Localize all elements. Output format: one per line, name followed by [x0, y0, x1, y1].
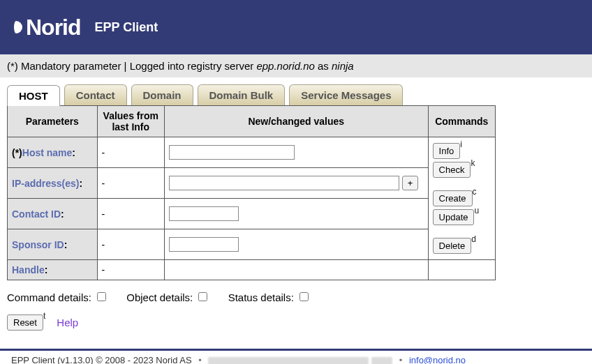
status-details-checkbox[interactable] [299, 292, 309, 301]
label-sponsorid: Sponsor ID: [8, 229, 98, 260]
inputcell-ip: + [164, 168, 428, 199]
header-bar: Norid EPP Client [0, 0, 592, 54]
info-hotkey: i [460, 139, 462, 149]
lastinfo-handle: - [97, 260, 164, 280]
command-details-checkbox[interactable] [97, 292, 106, 301]
row-handle: Handle: - [8, 260, 496, 280]
col-commands: Commands [428, 106, 495, 137]
label-hostname: (*)Host name: [8, 137, 98, 168]
footer-text: EPP Client (v1.13.0) © 2008 - 2023 Norid… [11, 355, 192, 364]
status-separator: | [124, 60, 130, 72]
label-ip: IP-address(es): [8, 168, 98, 199]
object-details-label: Object details: [126, 291, 212, 303]
tab-domain-bulk[interactable]: Domain Bulk [198, 84, 286, 105]
tab-bar: HOST Contact Domain Domain Bulk Service … [0, 77, 592, 105]
status-strip: (*) Mandatory parameter | Logged into re… [0, 54, 592, 77]
lastinfo-sponsorid: - [97, 229, 164, 260]
col-new-values: New/changed values [164, 106, 428, 137]
logged-prefix: Logged into registry server [130, 60, 257, 72]
commands-cell: Infoi Checkk Createc Updateu Deleted [428, 137, 495, 260]
add-ip-button[interactable]: + [402, 176, 419, 190]
empty-cmd-cell [428, 260, 495, 280]
command-details-label: Command details: [7, 291, 111, 303]
lastinfo-ip: - [97, 168, 164, 199]
input-hostname[interactable] [169, 145, 295, 160]
check-hotkey: k [471, 158, 475, 168]
tab-contact[interactable]: Contact [64, 84, 127, 105]
check-button[interactable]: Check [433, 162, 471, 178]
inputcell-sponsorid [164, 229, 428, 260]
link-contactid[interactable]: Contact ID [12, 208, 61, 220]
footer-email-link[interactable]: info@norid.no [409, 355, 466, 364]
link-sponsorid[interactable]: Sponsor ID [12, 239, 64, 250]
reset-row: Resett Help [7, 313, 585, 332]
row-ip: IP-address(es): - + [8, 168, 496, 199]
col-parameters: Parameters [8, 106, 98, 137]
status-details-label: Status details: [228, 291, 311, 303]
info-button[interactable]: Info [433, 143, 461, 159]
update-button[interactable]: Update [433, 209, 475, 225]
object-details-checkbox[interactable] [198, 292, 207, 301]
reset-hotkey: t [43, 311, 45, 321]
link-ip[interactable]: IP-address(es) [12, 178, 79, 189]
brand-text: Norid [26, 15, 81, 40]
footer-redacted-2 [371, 357, 392, 364]
reset-button[interactable]: Reset [7, 314, 43, 331]
app-title: EPP Client [95, 20, 158, 35]
inputcell-handle [164, 260, 428, 280]
mandatory-note: (*) Mandatory parameter [7, 60, 121, 72]
tab-domain[interactable]: Domain [131, 84, 193, 105]
logo-bullet-icon [10, 21, 22, 33]
footer-sep1: • [194, 355, 206, 364]
row-sponsorid: Sponsor ID: - [8, 229, 496, 260]
footer-sep2: • [395, 355, 407, 364]
options-row: Command details: Object details: Status … [7, 280, 585, 310]
label-contactid: Contact ID: [8, 199, 98, 229]
input-contactid[interactable] [169, 206, 239, 221]
lastinfo-contactid: - [97, 199, 164, 229]
delete-button[interactable]: Delete [433, 238, 472, 254]
row-hostname: (*)Host name: - Infoi Checkk Createc Upd… [8, 137, 496, 168]
host-form-table: Parameters Values from last Info New/cha… [7, 105, 496, 280]
update-hotkey: u [474, 206, 479, 215]
footer-redacted [208, 357, 369, 364]
col-last-info: Values from last Info [97, 106, 164, 137]
tab-host[interactable]: HOST [7, 85, 60, 106]
delete-hotkey: d [471, 234, 476, 244]
row-contactid: Contact ID: - [8, 199, 496, 229]
link-handle[interactable]: Handle [12, 264, 45, 275]
help-link[interactable]: Help [57, 317, 78, 328]
as-text: as [315, 60, 332, 72]
inputcell-hostname [164, 137, 428, 168]
user-name: ninja [332, 60, 354, 72]
server-name: epp.norid.no [256, 60, 314, 72]
create-hotkey: c [473, 187, 477, 197]
content-area: Parameters Values from last Info New/cha… [0, 105, 592, 349]
input-ip[interactable] [169, 176, 399, 190]
link-hostname[interactable]: Host name [22, 147, 73, 158]
tab-service-messages[interactable]: Service Messages [289, 84, 403, 105]
header-row: Parameters Values from last Info New/cha… [8, 106, 496, 137]
logo: Norid [11, 15, 81, 40]
create-button[interactable]: Create [433, 190, 473, 206]
lastinfo-hostname: - [97, 137, 164, 168]
label-handle: Handle: [8, 260, 98, 280]
footer: EPP Client (v1.13.0) © 2008 - 2023 Norid… [0, 351, 592, 364]
inputcell-contactid [164, 199, 428, 229]
input-sponsorid[interactable] [169, 237, 239, 252]
